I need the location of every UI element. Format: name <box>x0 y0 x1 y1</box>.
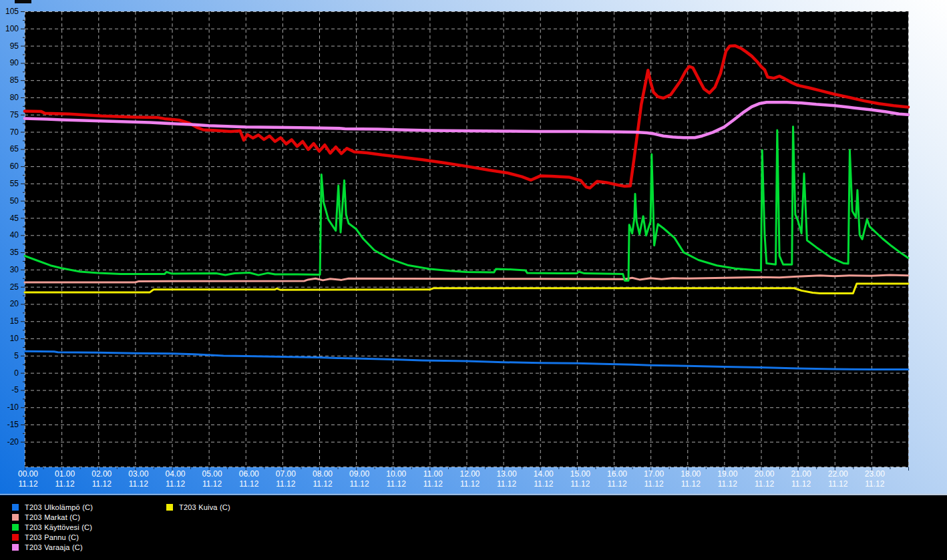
legend-label-pannu: T203 Pannu (C) <box>25 533 79 541</box>
x-tick-date: 11.12 <box>387 479 406 489</box>
x-tick-time: 21.00 <box>791 469 811 479</box>
x-tick-time: 19.00 <box>717 469 737 479</box>
y-tick-label: 80 <box>10 93 19 102</box>
legend-item-varaaja: T203 Varaaja (C) <box>12 542 93 552</box>
x-tick-time: 11.00 <box>423 469 443 479</box>
y-tick-label: 65 <box>10 144 19 154</box>
y-tick-label: -5 <box>11 385 19 394</box>
x-tick-date: 11.12 <box>570 479 590 489</box>
legend-swatch-kuiva <box>166 504 173 511</box>
x-tick-date: 11.12 <box>129 479 148 489</box>
x-tick-date: 11.12 <box>828 479 847 489</box>
legend-swatch-pannu <box>12 534 19 541</box>
x-tick-time: 20.00 <box>754 469 774 479</box>
x-tick-date: 11.12 <box>865 479 884 489</box>
legend-label-kuiva: T203 Kuiva (C) <box>179 503 230 511</box>
x-tick-time: 05.00 <box>202 469 222 479</box>
y-tick-label: 30 <box>10 265 19 274</box>
x-tick-time: 03.00 <box>128 469 148 479</box>
x-tick-time: 02.00 <box>91 469 112 479</box>
legend-label-varaaja: T203 Varaaja (C) <box>25 543 83 551</box>
x-tick-time: 18.00 <box>681 469 701 479</box>
x-tick-time: 16.00 <box>607 469 627 479</box>
separator-line <box>0 494 947 495</box>
legend-item-kuiva: T203 Kuiva (C) <box>166 502 230 512</box>
x-tick-time: 00.00 <box>18 469 38 479</box>
legend-item-pannu: T203 Pannu (C) <box>12 532 93 542</box>
trend-plot[interactable]: 1051009590858075706560555045403530252015… <box>0 0 947 495</box>
y-tick-label: 20 <box>10 299 19 308</box>
y-tick-label: 15 <box>10 316 19 326</box>
x-tick-date: 11.12 <box>534 479 553 489</box>
x-tick-time: 12.00 <box>459 469 480 479</box>
chart-background: 1051009590858075706560555045403530252015… <box>0 0 947 495</box>
x-tick-date: 11.12 <box>202 479 222 489</box>
y-tick-label: 10 <box>10 334 19 343</box>
x-tick-time: 08.00 <box>313 469 333 479</box>
x-tick-date: 11.12 <box>497 479 516 489</box>
legend-item-kayttovesi: T203 Käyttövesi (C) <box>12 522 93 532</box>
x-tick-time: 09.00 <box>349 469 369 479</box>
trend-chart-screen: 1051009590858075706560555045403530252015… <box>0 0 947 560</box>
x-tick-time: 17.00 <box>644 469 664 479</box>
x-tick-date: 11.12 <box>350 479 369 489</box>
y-tick-label: 105 <box>5 7 19 16</box>
legend-label-kayttovesi: T203 Käyttövesi (C) <box>25 523 92 531</box>
y-tick-label: 50 <box>10 196 19 206</box>
y-tick-label: 35 <box>10 248 19 257</box>
x-tick-time: 13.00 <box>497 469 517 479</box>
x-tick-date: 11.12 <box>92 479 112 489</box>
legend-swatch-markat <box>12 514 19 521</box>
x-tick-time: 04.00 <box>165 469 185 479</box>
x-tick-time: 23.00 <box>865 469 885 479</box>
y-tick-label: 100 <box>5 24 19 33</box>
x-tick-date: 11.12 <box>644 479 664 489</box>
x-tick-date: 11.12 <box>755 479 774 489</box>
legend-column-1: T203 Ulkolämpö (C) T203 Markat (C) T203 … <box>12 502 93 552</box>
legend: T203 Ulkolämpö (C) T203 Markat (C) T203 … <box>0 495 947 560</box>
y-tick-label: 5 <box>14 351 19 360</box>
y-tick-label: 85 <box>10 75 19 85</box>
x-tick-date: 11.12 <box>681 479 701 489</box>
y-tick-label: 90 <box>10 58 19 67</box>
legend-swatch-kayttovesi <box>12 524 19 531</box>
y-tick-label: -15 <box>7 420 19 429</box>
x-tick-time: 01.00 <box>55 469 75 479</box>
y-tick-label: -10 <box>7 402 19 412</box>
x-tick-date: 11.12 <box>276 479 295 489</box>
x-tick-date: 11.12 <box>18 479 37 489</box>
x-tick-time: 14.00 <box>534 469 554 479</box>
x-tick-time: 15.00 <box>570 469 590 479</box>
y-tick-label: 95 <box>10 41 19 51</box>
y-tick-label: 45 <box>10 214 19 223</box>
y-tick-label: 25 <box>10 282 19 292</box>
x-tick-date: 11.12 <box>166 479 185 489</box>
legend-item-markat: T203 Markat (C) <box>12 512 93 522</box>
x-tick-time: 07.00 <box>276 469 296 479</box>
y-tick-label: -20 <box>7 437 19 447</box>
x-tick-date: 11.12 <box>239 479 258 489</box>
x-tick-date: 11.12 <box>791 479 811 489</box>
legend-swatch-varaaja <box>12 544 19 551</box>
legend-swatch-ulkolampo <box>12 504 19 511</box>
legend-item-ulkolampo: T203 Ulkolämpö (C) <box>12 502 93 512</box>
x-tick-date: 11.12 <box>718 479 737 489</box>
x-tick-date: 11.12 <box>55 479 75 489</box>
y-tick-label: 75 <box>10 110 19 119</box>
x-tick-time: 06.00 <box>239 469 259 479</box>
x-tick-date: 11.12 <box>313 479 332 489</box>
legend-label-markat: T203 Markat (C) <box>25 513 80 521</box>
x-tick-date: 11.12 <box>460 479 480 489</box>
x-tick-date: 11.12 <box>607 479 626 489</box>
x-tick-date: 11.12 <box>423 479 443 489</box>
y-tick-label: 40 <box>10 230 19 240</box>
y-tick-label: 0 <box>14 368 19 378</box>
legend-label-ulkolampo: T203 Ulkolämpö (C) <box>25 503 93 511</box>
legend-column-2: T203 Kuiva (C) <box>166 502 230 512</box>
y-tick-label: 70 <box>10 127 19 137</box>
y-tick-label: 60 <box>10 162 19 171</box>
x-tick-time: 22.00 <box>828 469 848 479</box>
y-tick-label: 55 <box>10 179 19 188</box>
x-tick-time: 10.00 <box>386 469 406 479</box>
